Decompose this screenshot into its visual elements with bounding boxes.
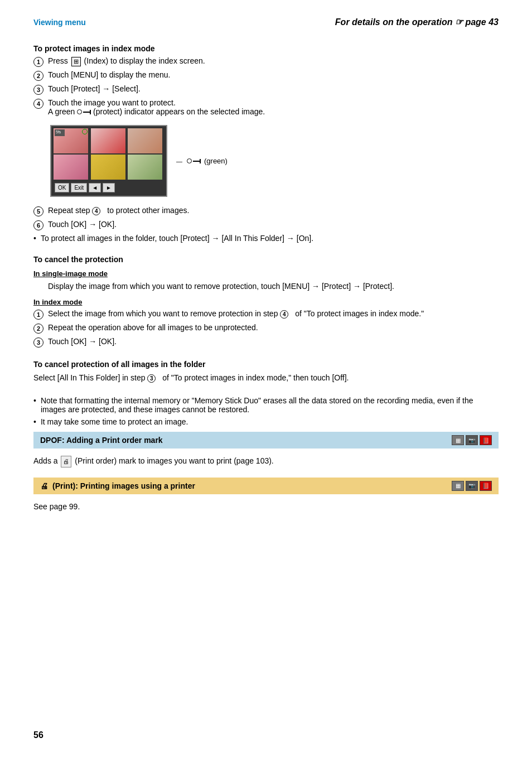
cancel-step-number-1: 1 [33, 310, 43, 320]
cancel-step-3: 3 Touch [OK] → [OK]. [33, 337, 499, 348]
page: Viewing menu For details on the operatio… [0, 0, 532, 757]
step-5-content: Repeat step 4 to protect other images. [48, 206, 499, 215]
thumb-1: 5fs [54, 128, 88, 153]
page-header: Viewing menu For details on the operatio… [33, 17, 499, 27]
memory-card-icon: ▦ [452, 435, 464, 445]
ok-button[interactable]: OK [55, 183, 69, 192]
camera-icon: 📷 [466, 435, 478, 445]
section-cancel-all: To cancel protection of all images in th… [33, 360, 499, 384]
section-protect-index: To protect images in index mode 1 Press … [33, 44, 499, 243]
section-cancel-protection: To cancel the protection In single-image… [33, 255, 499, 348]
thumb-6 [128, 155, 162, 180]
step-2: 2 Touch [MENU] to display the menu. [33, 70, 499, 81]
print-order-icon: 🖨 [61, 456, 71, 467]
single-image-subtitle: In single-image mode [33, 269, 499, 278]
step-number-6: 6 [33, 220, 43, 230]
fps-badge: 5fs [55, 129, 62, 134]
step-1-content: Press ⊞ (Index) to display the index scr… [48, 56, 499, 66]
page-number: 56 [33, 730, 43, 740]
thumb-5 [91, 155, 125, 180]
index-mode-subtitle: In index mode [33, 298, 499, 306]
section-protect-index-title: To protect images in index mode [33, 44, 499, 53]
step-5: 5 Repeat step 4 to protect other images. [33, 206, 499, 216]
step-number-5: 5 [33, 206, 43, 216]
cancel-step-2-text: Repeat the operation above for all image… [48, 323, 499, 332]
step-6-content: Touch [OK] → [OK]. [48, 220, 499, 229]
print-title: 🖨 (Print): Printing images using a print… [40, 481, 195, 490]
print-memory-card-icon: ▦ [452, 481, 464, 491]
printer-icon-small: 🖨 [40, 481, 49, 490]
print-book-icon: 📕 [480, 481, 492, 491]
single-image-text: Display the image from which you want to… [48, 281, 499, 292]
protect-steps-cont: 5 Repeat step 4 to protect other images.… [33, 206, 499, 230]
step-2-content: Touch [MENU] to display the menu. [48, 70, 499, 79]
thumb-3 [128, 128, 162, 153]
protect-icon [77, 109, 91, 114]
step-3-content: Touch [Protect] → [Select]. [48, 84, 499, 93]
thumb-4 [54, 155, 88, 180]
note-2: • It may take some time to protect an im… [33, 417, 499, 426]
ref-step-3: 3 [147, 374, 156, 383]
book-icon: 📕 [480, 435, 492, 445]
cancel-step-number-2: 2 [33, 324, 43, 334]
print-title-text: (Print): Printing images using a printer [52, 481, 195, 490]
step-4: 4 Touch the image you want to protect. A… [33, 98, 499, 116]
step-number-1: 1 [33, 57, 43, 67]
protect-steps-list: 1 Press ⊞ (Index) to display the index s… [33, 56, 499, 116]
prev-button[interactable]: ◄ [89, 183, 101, 192]
note-1-text: Note that formatting the internal memory… [41, 396, 499, 414]
print-text: See page 99. [33, 501, 499, 513]
thumb-2 [91, 128, 125, 153]
index-screen-illustration: 5fs OK Exit ◄ ► — [50, 125, 499, 197]
protect-line: — (green) [176, 157, 228, 165]
index-button-icon: ⊞ [71, 57, 81, 66]
step-1: 1 Press ⊞ (Index) to display the index s… [33, 56, 499, 67]
notes-section: • Note that formatting the internal memo… [33, 396, 499, 426]
cancel-all-title: To cancel protection of all images in th… [33, 360, 499, 369]
next-button[interactable]: ► [103, 183, 115, 192]
protect-bullet-1-text: To protect all images in the folder, tou… [41, 234, 313, 243]
dpof-title: DPOF: Adding a Print order mark [40, 436, 163, 445]
cancel-index-steps: 1 Select the image from which you want t… [33, 309, 499, 348]
note-2-text: It may take some time to protect an imag… [41, 417, 188, 426]
dpof-icons: ▦ 📷 📕 [452, 435, 492, 445]
dpof-text: Adds a 🖨 (Print order) mark to images yo… [33, 455, 499, 467]
cancel-step-1-text: Select the image from which you want to … [48, 309, 499, 319]
notes-list: • Note that formatting the internal memo… [33, 396, 499, 426]
operation-reference: For details on the operation ☞ page 43 [335, 17, 499, 27]
protect-selected-indicator [82, 129, 88, 134]
note-1: • Note that formatting the internal memo… [33, 396, 499, 414]
ref-step-4b: 4 [280, 310, 288, 319]
cancel-step-number-3: 3 [33, 337, 43, 348]
ref-step-4: 4 [92, 207, 100, 215]
bullet-dot: • [33, 234, 36, 243]
step-6: 6 Touch [OK] → [OK]. [33, 220, 499, 230]
exit-button[interactable]: Exit [71, 183, 87, 192]
cancel-step-2: 2 Repeat the operation above for all ima… [33, 323, 499, 334]
print-camera-icon: 📷 [466, 481, 478, 491]
step-number-4: 4 [33, 99, 43, 109]
step-number-3: 3 [33, 85, 43, 95]
index-screen: 5fs OK Exit ◄ ► [50, 125, 167, 197]
bullet-dot-note2: • [33, 417, 36, 426]
print-icons: ▦ 📷 📕 [452, 481, 492, 491]
step-4-content: Touch the image you want to protect. A g… [48, 98, 499, 116]
cancel-protection-title: To cancel the protection [33, 255, 499, 264]
protect-green-label: (green) [204, 157, 228, 165]
cancel-step-1: 1 Select the image from which you want t… [33, 309, 499, 320]
section-label: Viewing menu [33, 18, 86, 27]
protect-bullets: • To protect all images in the folder, t… [33, 234, 499, 243]
protect-indicator-label: — (green) [176, 157, 228, 165]
cancel-all-text: Select [All In This Folder] in step 3 of… [33, 372, 499, 384]
step-number-2: 2 [33, 71, 43, 81]
protect-bullet-1: • To protect all images in the folder, t… [33, 234, 499, 243]
print-section-box: 🖨 (Print): Printing images using a print… [33, 478, 499, 494]
cancel-step-3-text: Touch [OK] → [OK]. [48, 337, 499, 346]
bullet-dot-note1: • [33, 396, 36, 405]
dpof-section-box: DPOF: Adding a Print order mark ▦ 📷 📕 [33, 432, 499, 449]
index-controls[interactable]: OK Exit ◄ ► [54, 182, 164, 194]
step-3: 3 Touch [Protect] → [Select]. [33, 84, 499, 95]
index-thumbnails: 5fs [54, 128, 164, 180]
protect-icon-label [187, 158, 201, 163]
